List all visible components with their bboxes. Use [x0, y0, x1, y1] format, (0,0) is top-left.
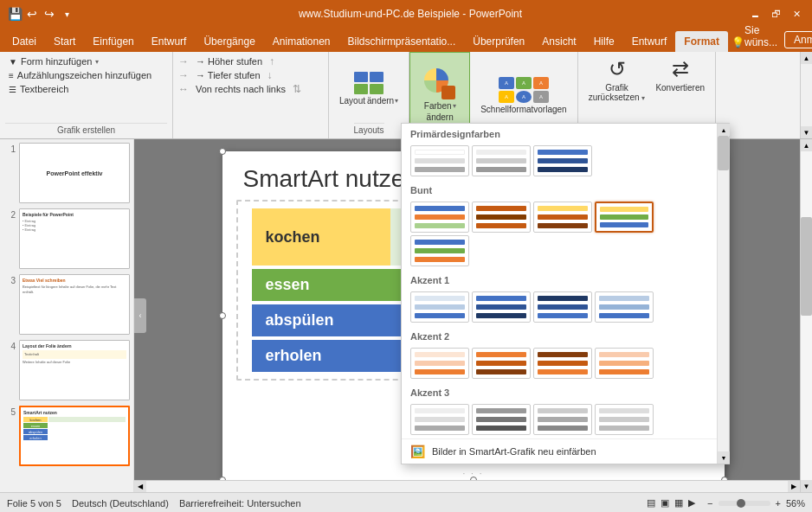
- slide-thumb-1: 1 PowerPoint effektiv: [3, 143, 130, 203]
- zoom-minus[interactable]: −: [707, 498, 712, 509]
- hoeher-stufen-button[interactable]: → Höher stufen: [192, 55, 266, 67]
- tab-animationen[interactable]: Animationen: [264, 31, 339, 52]
- tab-format[interactable]: Format: [675, 31, 728, 52]
- color-option-b1[interactable]: [410, 202, 469, 233]
- tab-uberpruefen[interactable]: Überprüfen: [464, 31, 533, 52]
- color-option-a1-2[interactable]: [472, 291, 531, 323]
- save-icon[interactable]: 💾: [7, 6, 23, 22]
- handle-tl[interactable]: [219, 148, 226, 155]
- down-arrow2-icon: ↓: [267, 69, 273, 81]
- slide-info: Folie 5 von 5: [7, 498, 61, 509]
- anmelden-button[interactable]: Anmelden: [784, 31, 812, 48]
- tab-datei[interactable]: Datei: [3, 31, 45, 52]
- zoom-plus[interactable]: +: [776, 498, 781, 509]
- akzent3-options: [402, 400, 717, 438]
- aufzahlungszeichen-button[interactable]: ≡ Aufzählungszeichen hinzufügen: [5, 69, 167, 81]
- dropdown-scroll-up-btn[interactable]: ▲: [718, 124, 730, 136]
- close-button[interactable]: ✕: [788, 5, 805, 22]
- color-option-a3-1[interactable]: [410, 404, 469, 435]
- zoom-thumb[interactable]: [737, 499, 745, 508]
- color-option-a2-3[interactable]: [533, 348, 592, 379]
- slide-panel: 1 PowerPoint effektiv 2 Beispiele für Po…: [0, 139, 134, 492]
- color-option-p3[interactable]: [533, 145, 592, 176]
- akzent2-options: [402, 344, 717, 382]
- dropdown-footer-button[interactable]: 🖼️ Bilder in SmartArt-Grafik neu einfärb…: [402, 438, 717, 464]
- sie-wunschen-label[interactable]: Sie wüns...: [744, 24, 777, 48]
- color-option-a1-3[interactable]: [533, 291, 592, 323]
- language-indicator: Deutsch (Deutschland): [72, 498, 169, 509]
- layout-andern-button[interactable]: Layoutändern ▾: [336, 55, 402, 121]
- dropdown-scroll-thumb[interactable]: [718, 136, 729, 170]
- ribbon-scroll-up[interactable]: ▲: [801, 52, 812, 64]
- dropdown-section-akzent2: Akzent 2: [402, 326, 717, 344]
- color-option-p1[interactable]: [410, 145, 469, 176]
- window-controls: 🗕 🗗 ✕: [746, 5, 805, 22]
- tab-einfuegen[interactable]: Einfügen: [84, 31, 142, 52]
- view-slide-sorter-icon[interactable]: ▣: [661, 497, 669, 509]
- tiefer-stufen-button[interactable]: → Tiefer stufen: [192, 69, 264, 81]
- window-title: www.Studium-und-PC.de Beispiele - PowerP…: [74, 8, 746, 20]
- color-option-b5[interactable]: [410, 235, 469, 266]
- color-option-a2-1[interactable]: [410, 348, 469, 379]
- redo-icon[interactable]: ↪: [42, 6, 57, 22]
- view-reading-icon[interactable]: ▦: [674, 497, 683, 509]
- restore-button[interactable]: 🗗: [767, 5, 784, 22]
- view-normal-icon[interactable]: ▤: [647, 497, 655, 509]
- lr-icon2: ⇅: [293, 83, 301, 95]
- akzent1-options: [402, 288, 717, 326]
- tab-ansicht[interactable]: Ansicht: [533, 31, 584, 52]
- panel-collapse-button[interactable]: ‹: [134, 298, 146, 333]
- lr-arrow-icon: ↔: [178, 83, 189, 95]
- canvas-scroll-down[interactable]: ▼: [801, 480, 812, 492]
- slide-5-thumbnail[interactable]: SmartArt nutzen kochen essen abspülen er…: [19, 406, 130, 466]
- slide-1-thumbnail[interactable]: PowerPoint effektiv: [19, 143, 130, 203]
- tab-bildschirm[interactable]: Bildschirmpräsentatio...: [339, 31, 465, 52]
- color-option-a1-1[interactable]: [410, 291, 469, 323]
- canvas-scroll-thumb[interactable]: [801, 217, 812, 316]
- dropdown-section-bunt: Bunt: [402, 180, 717, 198]
- canvas-scroll-up[interactable]: ▲: [801, 139, 812, 151]
- status-bar: Folie 5 von 5 Deutsch (Deutschland) Barr…: [0, 492, 812, 512]
- tab-start[interactable]: Start: [45, 31, 84, 52]
- color-option-b4[interactable]: [595, 202, 654, 233]
- tab-hilfe[interactable]: Hilfe: [585, 31, 623, 52]
- canvas-scroll-htrack: [146, 481, 788, 492]
- canvas-scroll-left[interactable]: ◀: [134, 481, 146, 492]
- slide-4-thumbnail[interactable]: Layout der Folie ändern Textinhalt Weite…: [19, 340, 130, 400]
- slideshow-icon[interactable]: ▶: [688, 497, 695, 509]
- color-option-a2-4[interactable]: [595, 348, 654, 379]
- color-option-p2[interactable]: [472, 145, 531, 176]
- color-option-b2[interactable]: [472, 202, 531, 233]
- tab-entwurf[interactable]: Entwurf: [143, 31, 196, 52]
- ribbon-scroll-right: ▲ ▼: [800, 52, 812, 138]
- grafik-erstellen-group: ▼ Form hinzufügen ▾ ≡ Aufzählungszeichen…: [0, 52, 173, 138]
- color-option-a1-4[interactable]: [595, 291, 654, 323]
- customize-icon[interactable]: ▾: [59, 6, 74, 22]
- color-option-a3-4[interactable]: [595, 404, 654, 435]
- zoom-level[interactable]: 56%: [786, 498, 805, 509]
- color-option-b3[interactable]: [533, 202, 592, 233]
- handle-l[interactable]: [219, 312, 226, 319]
- tab-entwurf2[interactable]: Entwurf: [623, 31, 676, 52]
- grafik-erstellen-label: Grafik erstellen: [5, 123, 167, 135]
- canvas-scroll-right[interactable]: ▶: [788, 481, 800, 492]
- ribbon-tabs: Datei Start Einfügen Entwurf Übergänge A…: [0, 28, 812, 52]
- form-hinzufuegen-button[interactable]: ▼ Form hinzufügen ▾: [5, 55, 167, 67]
- slide-2-thumbnail[interactable]: Beispiele für PowerPoint • Eintrag• Eint…: [19, 208, 130, 269]
- ribbon-scroll-down[interactable]: ▼: [801, 126, 812, 138]
- minimize-button[interactable]: 🗕: [746, 5, 764, 22]
- undo-icon[interactable]: ↩: [24, 6, 40, 22]
- color-option-a2-2[interactable]: [472, 348, 531, 379]
- dropdown-scroll-down-btn[interactable]: ▼: [718, 451, 730, 464]
- tab-ubergange[interactable]: Übergänge: [195, 31, 263, 52]
- von-rechts-button[interactable]: Von rechts nach links: [192, 83, 289, 95]
- textbereich-button[interactable]: ☰ Textbereich: [5, 83, 167, 95]
- color-option-a3-3[interactable]: [533, 404, 592, 435]
- slide-3-thumbnail[interactable]: Etwas Viel schreiben Beispieltext für lä…: [19, 274, 130, 335]
- zoom-slider[interactable]: [719, 501, 770, 506]
- color-option-a3-2[interactable]: [472, 404, 531, 435]
- dropdown-footer-label: Bilder in SmartArt-Grafik neu einfärben: [432, 446, 596, 457]
- dropdown-section-primaer: Primärdesignfarben: [402, 124, 717, 142]
- layout-andern-group: Layoutändern ▾ Layouts: [329, 52, 409, 138]
- slide-thumb-3: 3 Etwas Viel schreiben Beispieltext für …: [3, 274, 130, 335]
